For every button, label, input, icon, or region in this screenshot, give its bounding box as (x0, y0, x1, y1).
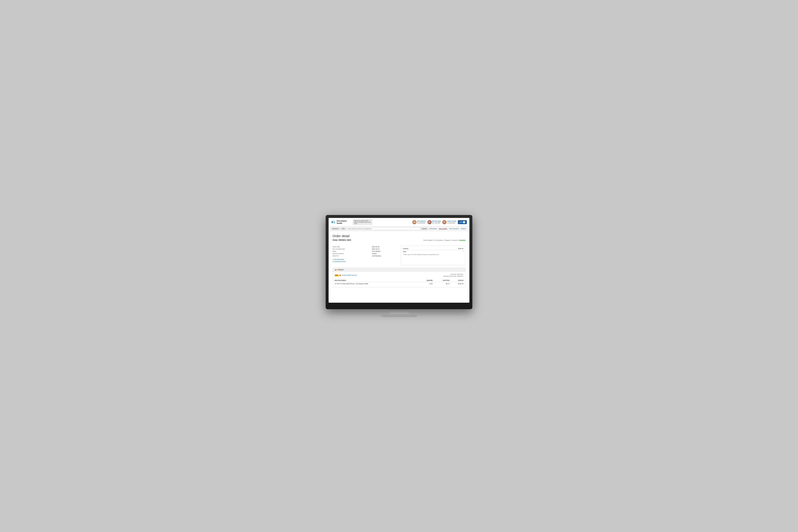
col-quantity: Quantity (418, 279, 433, 282)
items-table: Item Description Quantity Unit Price Amo… (335, 279, 463, 286)
reorder-label: Re-order items (334, 259, 344, 260)
order-field-date: Order Date 2021-05-28 (332, 246, 397, 248)
logo-area: Encompass Health (331, 220, 351, 225)
encompass-logo-icon (331, 220, 336, 225)
your-account-label: Your Account ▾ (449, 228, 459, 229)
search-input[interactable] (347, 227, 420, 230)
download-invoice-link[interactable]: ⬇ Download Invoice (332, 261, 397, 262)
user-phone-3: 214.306.6301 (447, 222, 456, 224)
user-info-3: Amber George 214.306.6301 (447, 220, 456, 224)
user-info-1: Rivva MaCool 214.305.8299 (417, 220, 425, 224)
inhands-date-value: 2021-06-10 (372, 248, 397, 250)
tracking-info: UPS 📦 1Z1E117E0377421474 (335, 274, 357, 276)
reorder-icon: ↻ (332, 259, 334, 260)
nav-bar: Browse ▾ All ▾ Search Idea Books Tips & … (328, 226, 470, 231)
order-fields-table: Order Date 2021-05-28 Est. In-Hands Date… (332, 246, 397, 257)
order-number: Order #052821-1643 (332, 239, 351, 241)
user-profile-1[interactable]: RM Rivva MaCool 214.305.8299 (412, 220, 425, 224)
col-amount: Amount (450, 279, 463, 282)
truck-icon: 🚚 (335, 269, 337, 270)
promo-banner: Sign up for product trend reports, exclu… (353, 219, 372, 225)
user-info-2: Beth Penning 817.706.1497 (432, 220, 441, 224)
projects-label: Projects (461, 228, 466, 229)
user-name-3: Amber George (447, 220, 456, 222)
shipment-header: 🚚 Shipped (332, 268, 466, 272)
tracking-row: UPS 📦 1Z1E117E0377421474 Ship Date: 06/0… (335, 273, 463, 277)
reorder-items-link[interactable]: ↻ Re-order items (332, 259, 397, 260)
order-info-grid: Order Date 2021-05-28 Est. In-Hands Date… (332, 246, 466, 265)
order-field-po: Client PO 114/CJackson (332, 255, 397, 257)
buyer-value: Clint Jackson (372, 250, 397, 252)
user-phone-2: 817.706.1497 (432, 222, 441, 224)
main-content: Order detail Order #052821-1643 Order In… (328, 231, 470, 291)
user-profile-2[interactable]: BP Beth Penning 817.706.1497 (428, 220, 441, 224)
tips-tricks-link[interactable]: Tips & Tricks (438, 228, 448, 230)
svg-rect-1 (331, 222, 334, 222)
browse-label: Browse ▾ (332, 228, 339, 229)
tracking-icon: 📦 (339, 274, 341, 276)
ship-date: Ship Date: 06/03/2021 (443, 273, 463, 275)
idea-books-link[interactable]: Idea Books (429, 228, 437, 230)
total-label: Total: (403, 251, 406, 252)
payment-value: Invoice (372, 252, 397, 255)
order-field-inhands: Est. In-Hands Date 2021-06-10 (332, 248, 397, 250)
col-description: Item Description (335, 279, 418, 282)
order-field-payment: Payment Method Invoice (332, 252, 397, 255)
subtotal-row: Subtotal: $185.00 (403, 248, 463, 249)
payment-label: Payment Method (332, 252, 372, 255)
order-date-label: Order Date (332, 246, 372, 248)
monitor-screen: Encompass Health Sign up for product tre… (328, 218, 470, 303)
tracking-number: 1Z1E117E0377421474 (342, 274, 357, 276)
order-actions: ↻ Re-order items ⬇ Download Invoice (332, 259, 397, 262)
monitor-bezel: Encompass Health Sign up for product tre… (326, 215, 472, 309)
item-description: UV SPF 15 Value Balm/Cherry : Encompass … (335, 282, 418, 286)
shipment-section: 🚚 Shipped UPS 📦 1Z1E117E0377421474 (332, 268, 466, 287)
tips-tricks-label: Tips & Tricks (439, 228, 447, 229)
subtotal-value: $185.00 (458, 248, 463, 249)
cart-button[interactable]: Cart 0 (458, 220, 467, 224)
table-header-row: Item Description Quantity Unit Price Amo… (335, 279, 463, 282)
projects-link[interactable]: Projects (460, 228, 467, 230)
total-value: * (463, 251, 463, 252)
search-button[interactable]: Search (421, 227, 428, 230)
monitor-stand-base (381, 314, 417, 317)
monitor-wrapper: Encompass Health Sign up for product tre… (326, 215, 472, 317)
client-po-label: Client PO (332, 255, 372, 257)
client-po-value: 114/CJackson (372, 255, 397, 257)
search-label: Search (422, 228, 427, 229)
svg-rect-0 (331, 221, 333, 222)
monitor-stand-neck (389, 309, 409, 314)
cart-label: Cart (459, 221, 462, 223)
page-title: Order detail (332, 234, 466, 238)
status-trail: Order Initiated > In Production > Shippe… (423, 240, 458, 241)
buyer-label: Buyer (332, 250, 372, 252)
shipment-body: UPS 📦 1Z1E117E0377421474 Ship Date: 06/0… (332, 272, 466, 287)
shipped-label: Shipped (338, 269, 344, 270)
all-button[interactable]: All ▾ (341, 227, 346, 230)
download-label: Download Invoice (334, 261, 346, 262)
arrival-date: Estimated Arrival Date: 06/08/2021 (443, 275, 463, 277)
your-account-button[interactable]: Your Account ▾ (449, 228, 459, 230)
item-amount: $185.00 (450, 282, 463, 286)
table-row: UV SPF 15 Value Balm/Cherry : Encompass … (335, 282, 463, 286)
user-avatar-2: BP (428, 220, 432, 224)
status-complete: Complete (459, 240, 466, 241)
status-bar: Order Initiated > In Production > Shippe… (423, 240, 466, 241)
user-phone-1: 214.305.8299 (417, 222, 425, 224)
user-profile-3[interactable]: AG Amber George 214.306.6301 (442, 220, 456, 224)
user-avatar-1: RM (412, 220, 416, 224)
order-field-buyer: Buyer Clint Jackson (332, 250, 397, 252)
item-quantity: x 250 (418, 282, 433, 286)
download-icon: ⬇ (332, 261, 334, 262)
site-header: Encompass Health Sign up for product tre… (328, 218, 470, 226)
user-avatar-3: AG (442, 220, 446, 224)
order-fields-section: Order Date 2021-05-28 Est. In-Hands Date… (332, 246, 397, 265)
svg-rect-2 (331, 223, 333, 223)
browse-button[interactable]: Browse ▾ (331, 227, 340, 230)
user-name-1: Rivva MaCool (417, 220, 425, 222)
user-profiles: RM Rivva MaCool 214.305.8299 BP Beth Pen… (412, 220, 467, 224)
col-unit-price: Unit Price (433, 279, 450, 282)
subtotal-label: Subtotal: (403, 248, 408, 249)
tracking-number-link[interactable]: 1Z1E117E0377421474 (342, 274, 357, 276)
all-label: All ▾ (342, 228, 345, 229)
